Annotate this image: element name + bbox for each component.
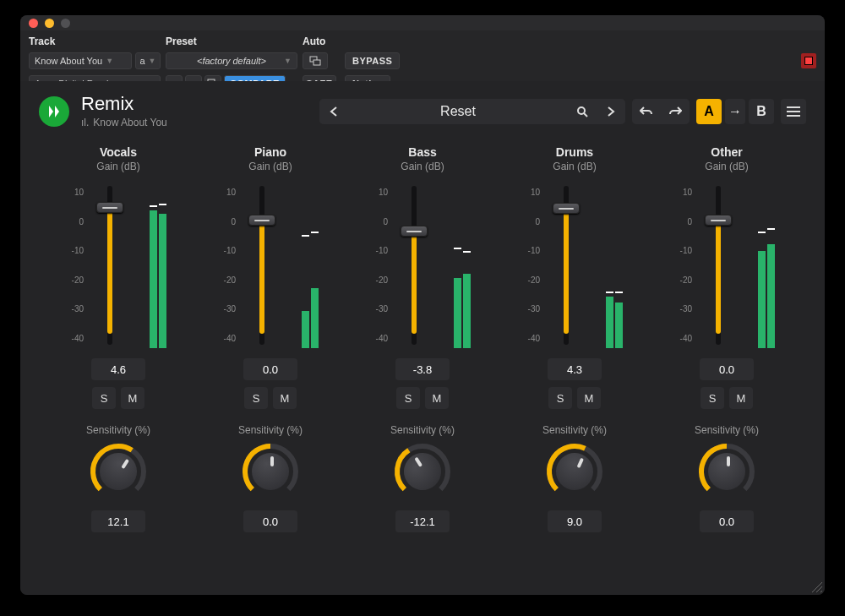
sensitivity-label: Sensitivity (%) <box>238 424 303 436</box>
solo-button[interactable]: S <box>548 387 572 409</box>
sensitivity-value[interactable]: 9.0 <box>548 510 602 532</box>
channel-name: Bass <box>408 145 436 159</box>
slider-handle[interactable] <box>96 202 123 213</box>
solo-button[interactable]: S <box>244 387 268 409</box>
sensitivity-label: Sensitivity (%) <box>390 424 455 436</box>
link-icon[interactable] <box>303 52 328 69</box>
scale-ticks: 100-10-20-30-40 <box>55 188 84 343</box>
gain-slider[interactable]: 100-10-20-30-40 <box>207 181 334 350</box>
menu-button[interactable] <box>781 99 806 124</box>
meter-right <box>463 274 471 348</box>
solo-button[interactable]: S <box>396 387 420 409</box>
gain-label: Gain (dB) <box>553 161 596 172</box>
mute-button[interactable]: M <box>577 387 601 409</box>
mute-button[interactable]: M <box>121 387 144 409</box>
scale-ticks: 100-10-20-30-40 <box>207 188 236 343</box>
bypass-button[interactable]: BYPASS <box>345 52 400 69</box>
gain-value[interactable]: 4.3 <box>548 358 602 380</box>
svg-rect-1 <box>313 60 320 65</box>
minimize-icon[interactable] <box>45 19 54 28</box>
plugin-title: Remix <box>81 95 167 113</box>
gain-slider[interactable]: 100-10-20-30-40 <box>511 181 638 350</box>
gain-value[interactable]: 0.0 <box>700 358 754 380</box>
preset-nav: Reset <box>319 99 625 124</box>
sensitivity-knob[interactable] <box>88 441 149 502</box>
slot-select[interactable]: a▼ <box>135 52 161 69</box>
solo-button[interactable]: S <box>701 387 724 409</box>
preset-select[interactable]: <factory default>▼ <box>166 52 297 69</box>
gain-value[interactable]: -3.8 <box>395 358 450 380</box>
ab-a-button[interactable]: A <box>696 99 722 124</box>
undo-button[interactable] <box>632 99 661 124</box>
sensitivity-knob[interactable] <box>544 441 605 502</box>
titlebar[interactable] <box>20 15 825 30</box>
channel-vocals: Vocals Gain (dB) 100-10-20-30-40 4.6 S M… <box>46 145 190 578</box>
slider-fill <box>259 220 264 333</box>
solo-mute: S M <box>92 387 144 409</box>
solo-mute: S M <box>548 387 601 409</box>
preset-display[interactable]: Reset <box>348 99 568 124</box>
slider-handle[interactable] <box>248 215 275 226</box>
channel-name: Vocals <box>100 145 137 159</box>
resize-handle-icon[interactable] <box>811 581 823 593</box>
plugin-window: Track Preset Auto Know About You▼ a▼ <fa… <box>20 15 825 595</box>
gain-label: Gain (dB) <box>401 161 444 172</box>
gain-label: Gain (dB) <box>705 161 748 172</box>
preset-next-button[interactable] <box>597 99 625 124</box>
meter-right <box>767 244 775 348</box>
mute-button[interactable]: M <box>729 387 753 409</box>
sensitivity-knob[interactable] <box>392 441 453 502</box>
gain-slider[interactable]: 100-10-20-30-40 <box>663 181 790 350</box>
sensitivity-value[interactable]: 12.1 <box>91 510 145 532</box>
sensitivity-value[interactable]: 0.0 <box>700 510 754 532</box>
plugin-body: Remix ıl. Know About You Reset <box>20 81 825 595</box>
mute-button[interactable]: M <box>425 387 449 409</box>
channel-name: Other <box>711 145 742 159</box>
record-icon[interactable] <box>801 53 816 68</box>
ab-b-button[interactable]: B <box>749 99 774 124</box>
close-icon[interactable] <box>29 19 38 28</box>
solo-button[interactable]: S <box>92 387 116 409</box>
sensitivity-value[interactable]: 0.0 <box>243 510 297 532</box>
ab-arrow-button[interactable]: → <box>725 99 745 124</box>
plugin-subtitle: ıl. Know About You <box>81 117 167 128</box>
svg-point-4 <box>578 107 585 114</box>
slider-handle[interactable] <box>401 226 428 237</box>
sensitivity-value[interactable]: -12.1 <box>395 510 450 532</box>
sensitivity-knob[interactable] <box>696 441 757 502</box>
play-icon[interactable] <box>39 96 69 127</box>
gain-slider[interactable]: 100-10-20-30-40 <box>359 181 486 350</box>
redo-button[interactable] <box>661 99 690 124</box>
meter-right <box>311 288 319 348</box>
slider-fill <box>412 231 417 334</box>
channel-drums: Drums Gain (dB) 100-10-20-30-40 4.3 S M … <box>503 145 646 578</box>
auto-label: Auto <box>303 35 340 47</box>
maximize-icon <box>61 19 70 28</box>
meter-right <box>615 303 623 348</box>
sensitivity-label: Sensitivity (%) <box>695 424 759 436</box>
track-label: Track <box>29 35 161 47</box>
svg-line-5 <box>584 113 587 117</box>
slider-fill <box>716 220 721 333</box>
meter-left <box>758 251 766 348</box>
track-select[interactable]: Know About You▼ <box>29 52 132 69</box>
gain-label: Gain (dB) <box>96 161 139 172</box>
slider-fill <box>107 207 112 334</box>
channel-piano: Piano Gain (dB) 100-10-20-30-40 0.0 S M … <box>199 145 342 578</box>
chevron-down-icon: ▼ <box>106 57 113 65</box>
gain-slider[interactable]: 100-10-20-30-40 <box>55 181 182 350</box>
slider-handle[interactable] <box>553 203 580 214</box>
mute-button[interactable]: M <box>273 387 297 409</box>
solo-mute: S M <box>396 387 449 409</box>
sensitivity-knob[interactable] <box>240 441 301 502</box>
gain-value[interactable]: 0.0 <box>243 358 297 380</box>
channel-name: Piano <box>254 145 286 159</box>
sensitivity-label: Sensitivity (%) <box>86 424 150 436</box>
level-meter <box>302 186 319 348</box>
slider-handle[interactable] <box>705 215 732 226</box>
gain-value[interactable]: 4.6 <box>91 358 145 380</box>
preset-prev-button[interactable] <box>319 99 348 124</box>
meter-right <box>159 214 166 348</box>
level-meter <box>454 186 471 348</box>
preset-search-button[interactable] <box>568 99 597 124</box>
